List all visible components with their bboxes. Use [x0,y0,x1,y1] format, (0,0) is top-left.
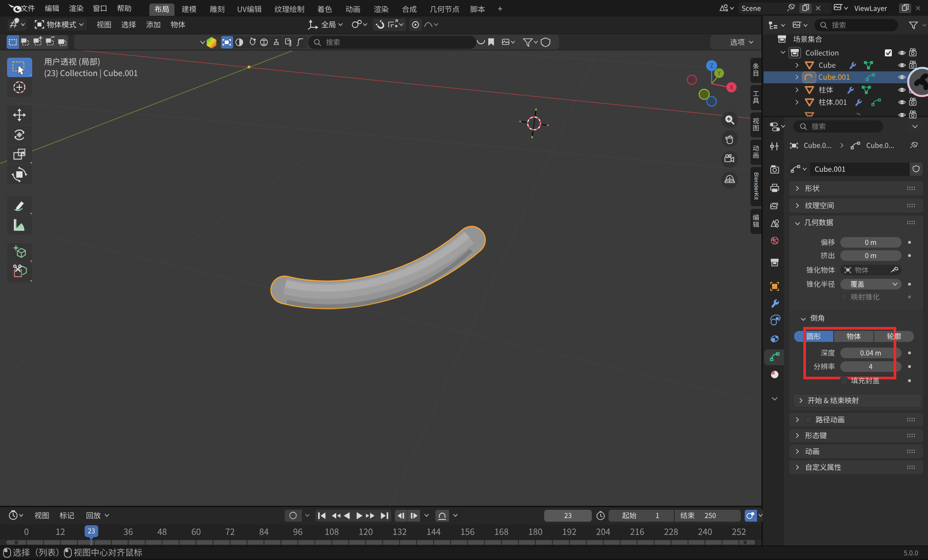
svg-text:BlenderKit: BlenderKit [753,172,760,200]
